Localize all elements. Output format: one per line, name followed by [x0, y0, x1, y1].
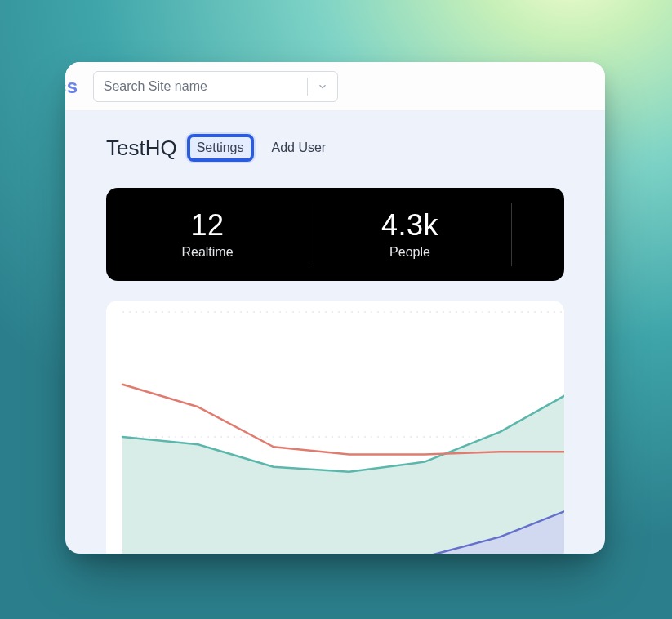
- stat-value: 12: [190, 209, 224, 242]
- stat-label: Realtime: [181, 245, 233, 260]
- settings-button[interactable]: Settings: [197, 140, 244, 155]
- top-bar: cs Search Site name: [65, 62, 605, 111]
- stats-bar: 12 Realtime 4.3k People 10: [106, 188, 564, 281]
- site-search-select[interactable]: Search Site name: [93, 71, 338, 102]
- logo-fragment: cs: [65, 75, 78, 98]
- app-card: cs Search Site name TestHQ Settings Add …: [65, 62, 605, 554]
- page-header: TestHQ Settings Add User: [65, 111, 605, 162]
- trend-chart: [106, 301, 564, 554]
- site-title: TestHQ: [106, 136, 177, 161]
- stat-label: People: [389, 245, 430, 260]
- chevron-down-icon[interactable]: [308, 72, 337, 101]
- stat-people[interactable]: 4.3k People: [309, 188, 511, 281]
- site-search-placeholder: Search Site name: [94, 72, 307, 101]
- stat-third[interactable]: 10: [511, 188, 564, 281]
- stat-value: 4.3k: [381, 209, 438, 242]
- add-user-button[interactable]: Add User: [264, 136, 335, 160]
- settings-button-highlight: Settings: [187, 134, 254, 162]
- stat-realtime[interactable]: 12 Realtime: [106, 188, 309, 281]
